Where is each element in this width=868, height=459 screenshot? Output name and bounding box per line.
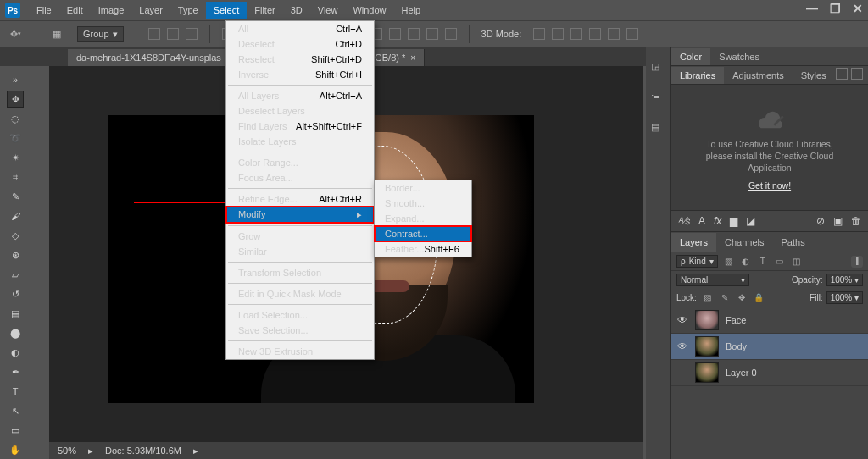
filter-smart-icon[interactable]: ◫ bbox=[791, 256, 803, 268]
visibility-icon[interactable]: 👁 bbox=[676, 314, 688, 326]
filter-type-icon[interactable]: T bbox=[757, 256, 769, 268]
menuitem-color-range-[interactable]: Color Range... bbox=[226, 155, 374, 170]
tab-document-1[interactable]: da-mehrad-1X14S8DFa4Y-unsplas× bbox=[68, 49, 241, 66]
filter-toggle[interactable]: ⏽ bbox=[851, 256, 863, 268]
visibility-icon[interactable]: 👁 bbox=[676, 340, 688, 352]
pen-tool[interactable]: ✒ bbox=[7, 363, 24, 380]
minimize-button[interactable]: — bbox=[806, 2, 818, 15]
gradient-tool[interactable]: ▤ bbox=[7, 305, 24, 322]
menuitem-refine-edge-[interactable]: Refine Edge...Alt+Ctrl+R bbox=[226, 191, 374, 207]
menuitem-edit-in-quick-mask-mode[interactable]: Edit in Quick Mask Mode bbox=[226, 286, 374, 301]
menu-window[interactable]: Window bbox=[345, 2, 393, 19]
new-icon[interactable]: ▣ bbox=[833, 215, 843, 227]
menuitem-modify[interactable]: Modify▸ bbox=[226, 207, 374, 223]
lasso-tool[interactable]: ➰ bbox=[7, 130, 24, 147]
crop-tool[interactable]: ⌗ bbox=[7, 169, 24, 185]
menuitem-isolate-layers[interactable]: Isolate Layers bbox=[226, 134, 374, 149]
zoom-level[interactable]: 50% bbox=[58, 445, 76, 456]
submenu-feather-[interactable]: Feather...Shift+F6 bbox=[375, 241, 471, 257]
auto-select-dropdown[interactable]: Group▾ bbox=[77, 26, 124, 42]
fill-value[interactable]: 100% ▾ bbox=[826, 291, 863, 304]
submenu-contract-[interactable]: Contract... bbox=[375, 226, 471, 241]
add-style-icon[interactable]: ⅍ bbox=[678, 215, 690, 227]
tab-styles[interactable]: Styles bbox=[793, 67, 835, 84]
3d-mode-icons[interactable] bbox=[533, 28, 638, 40]
menu-help[interactable]: Help bbox=[394, 2, 429, 19]
menu-3d[interactable]: 3D bbox=[283, 2, 310, 19]
close-tab-icon[interactable]: × bbox=[410, 53, 415, 63]
filter-adjust-icon[interactable]: ◐ bbox=[740, 256, 752, 268]
auto-select-icon[interactable]: ▦ bbox=[48, 25, 65, 42]
move-tool[interactable]: ✥ bbox=[7, 91, 24, 108]
menuitem-deselect[interactable]: DeselectCtrl+D bbox=[226, 36, 374, 52]
menuitem-focus-area-[interactable]: Focus Area... bbox=[226, 170, 374, 185]
maximize-button[interactable]: ❐ bbox=[830, 2, 841, 15]
filter-image-icon[interactable]: ▧ bbox=[723, 256, 735, 268]
history-brush-tool[interactable]: ↺ bbox=[7, 285, 24, 302]
tab-color[interactable]: Color bbox=[671, 48, 710, 65]
menuitem-deselect-layers[interactable]: Deselect Layers bbox=[226, 103, 374, 119]
menu-edit[interactable]: Edit bbox=[59, 2, 91, 19]
layer-name[interactable]: Body bbox=[726, 341, 747, 351]
lock-move-icon[interactable]: ✥ bbox=[736, 292, 748, 304]
history-icon[interactable]: ◲ bbox=[651, 61, 666, 76]
menuitem-inverse[interactable]: InverseShift+Ctrl+I bbox=[226, 67, 374, 82]
tab-paths[interactable]: Paths bbox=[773, 233, 814, 252]
delete-icon[interactable]: 🗑 bbox=[851, 215, 861, 227]
close-button[interactable]: ✕ bbox=[853, 2, 863, 15]
hand-tool[interactable]: ✋ bbox=[7, 441, 24, 458]
menu-type[interactable]: Type bbox=[170, 2, 206, 19]
eraser-tool[interactable]: ▱ bbox=[7, 266, 24, 283]
list-view-icon[interactable] bbox=[851, 68, 863, 80]
opacity-value[interactable]: 100% ▾ bbox=[826, 274, 863, 286]
grid-view-icon[interactable] bbox=[836, 68, 848, 80]
menuitem-similar[interactable]: Similar bbox=[226, 244, 374, 259]
path-tool[interactable]: ↖ bbox=[7, 402, 24, 419]
info-icon[interactable]: ▤ bbox=[651, 122, 666, 137]
eyedropper-tool[interactable]: ✎ bbox=[7, 188, 24, 205]
menuitem-find-layers[interactable]: Find LayersAlt+Shift+Ctrl+F bbox=[226, 119, 374, 134]
tab-layers[interactable]: Layers bbox=[671, 233, 716, 252]
menuitem-all-layers[interactable]: All LayersAlt+Ctrl+A bbox=[226, 88, 374, 103]
marquee-tool[interactable]: ◌ bbox=[7, 110, 24, 127]
tab-libraries[interactable]: Libraries bbox=[671, 67, 724, 84]
quick-select-tool[interactable]: ✴ bbox=[7, 149, 24, 166]
layer-name[interactable]: Layer 0 bbox=[726, 368, 757, 378]
layer-row[interactable]: 👁 Face bbox=[671, 307, 868, 334]
clear-icon[interactable]: ⊘ bbox=[816, 215, 825, 227]
submenu-border-[interactable]: Border... bbox=[375, 180, 471, 196]
libraries-link[interactable]: Get it now! bbox=[748, 180, 791, 191]
menu-layer[interactable]: Layer bbox=[131, 2, 170, 19]
menuitem-new-3d-extrusion[interactable]: New 3D Extrusion bbox=[226, 344, 374, 359]
layer-thumbnail[interactable] bbox=[695, 310, 719, 330]
align-icons[interactable] bbox=[148, 28, 198, 40]
tab-adjustments[interactable]: Adjustments bbox=[724, 67, 793, 84]
menuitem-transform-selection[interactable]: Transform Selection bbox=[226, 265, 374, 280]
properties-icon[interactable]: ≔ bbox=[651, 91, 666, 107]
blur-tool[interactable]: ⬤ bbox=[7, 324, 24, 341]
lock-transparency-icon[interactable]: ▨ bbox=[702, 292, 714, 304]
menu-file[interactable]: File bbox=[29, 2, 59, 19]
layer-thumbnail[interactable] bbox=[695, 336, 719, 357]
move-tool-icon[interactable]: ✥▾ bbox=[7, 25, 24, 42]
menuitem-save-selection-[interactable]: Save Selection... bbox=[226, 323, 374, 338]
lock-all-icon[interactable]: 🔒 bbox=[753, 292, 765, 304]
menuitem-all[interactable]: AllCtrl+A bbox=[226, 21, 374, 36]
submenu-expand-[interactable]: Expand... bbox=[375, 211, 471, 226]
type-tool[interactable]: T bbox=[7, 383, 24, 400]
lasso-poly-tool[interactable]: ◇ bbox=[7, 227, 24, 244]
menu-filter[interactable]: Filter bbox=[247, 2, 282, 19]
menu-view[interactable]: View bbox=[310, 2, 346, 19]
shape-tool[interactable]: ▭ bbox=[7, 422, 24, 439]
blend-mode-dropdown[interactable]: Normal▾ bbox=[676, 274, 749, 286]
layer-filter-dropdown[interactable]: ρKind▾ bbox=[676, 255, 718, 268]
tab-channels[interactable]: Channels bbox=[716, 233, 772, 252]
layer-name[interactable]: Face bbox=[726, 315, 746, 325]
menuitem-load-selection-[interactable]: Load Selection... bbox=[226, 307, 374, 323]
filter-shape-icon[interactable]: ▭ bbox=[774, 256, 786, 268]
clone-tool[interactable]: ⊛ bbox=[7, 246, 24, 263]
layer-row[interactable]: Layer 0 bbox=[671, 360, 868, 386]
menuitem-grow[interactable]: Grow bbox=[226, 229, 374, 244]
layer-thumbnail[interactable] bbox=[695, 362, 719, 383]
menu-select[interactable]: Select bbox=[206, 2, 248, 19]
